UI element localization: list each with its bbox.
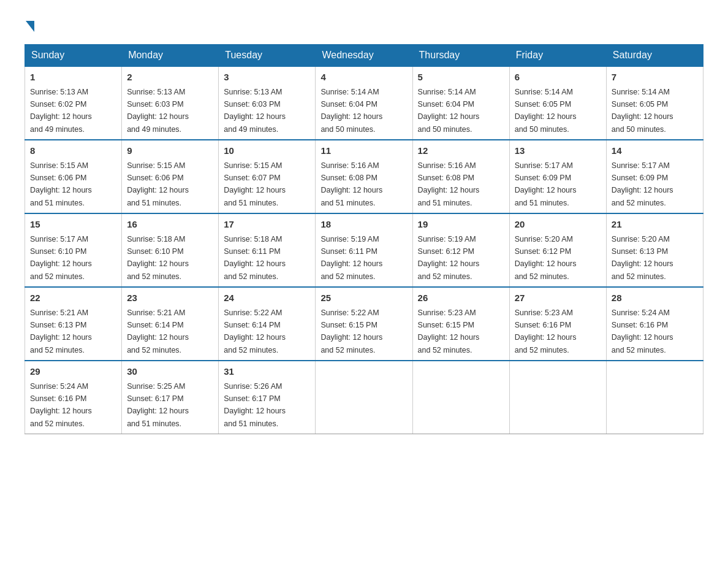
calendar-day-cell: 17 Sunrise: 5:18 AMSunset: 6:11 PMDaylig… xyxy=(219,213,316,287)
day-number: 15 xyxy=(30,218,116,232)
day-info: Sunrise: 5:14 AMSunset: 6:04 PMDaylight:… xyxy=(320,88,382,134)
day-number: 21 xyxy=(612,218,698,232)
calendar-day-cell: 27 Sunrise: 5:23 AMSunset: 6:16 PMDaylig… xyxy=(509,287,606,361)
day-info: Sunrise: 5:21 AMSunset: 6:13 PMDaylight:… xyxy=(30,308,92,354)
calendar-week-row: 8 Sunrise: 5:15 AMSunset: 6:06 PMDayligh… xyxy=(25,140,703,213)
day-number: 13 xyxy=(515,144,601,158)
calendar-day-cell: 24 Sunrise: 5:22 AMSunset: 6:14 PMDaylig… xyxy=(219,287,316,361)
day-info: Sunrise: 5:17 AMSunset: 6:09 PMDaylight:… xyxy=(515,161,577,207)
day-number: 31 xyxy=(224,365,310,379)
calendar-week-row: 1 Sunrise: 5:13 AMSunset: 6:02 PMDayligh… xyxy=(25,66,703,140)
day-info: Sunrise: 5:22 AMSunset: 6:14 PMDaylight:… xyxy=(224,308,286,354)
calendar-day-header: Tuesday xyxy=(219,45,316,67)
day-number: 30 xyxy=(127,365,213,379)
calendar-day-cell: 16 Sunrise: 5:18 AMSunset: 6:10 PMDaylig… xyxy=(122,213,219,287)
calendar-day-cell xyxy=(509,361,606,434)
day-number: 4 xyxy=(320,71,407,85)
calendar-table: SundayMondayTuesdayWednesdayThursdayFrid… xyxy=(25,44,703,434)
calendar-day-cell: 20 Sunrise: 5:20 AMSunset: 6:12 PMDaylig… xyxy=(509,213,606,287)
calendar-week-row: 29 Sunrise: 5:24 AMSunset: 6:16 PMDaylig… xyxy=(25,361,703,434)
calendar-day-cell xyxy=(606,361,703,434)
day-number: 28 xyxy=(612,291,698,305)
calendar-day-cell: 26 Sunrise: 5:23 AMSunset: 6:15 PMDaylig… xyxy=(412,287,509,361)
calendar-day-cell: 25 Sunrise: 5:22 AMSunset: 6:15 PMDaylig… xyxy=(316,287,412,361)
day-info: Sunrise: 5:26 AMSunset: 6:17 PMDaylight:… xyxy=(224,382,286,428)
day-number: 14 xyxy=(612,144,698,158)
day-number: 2 xyxy=(127,71,213,85)
calendar-day-cell: 21 Sunrise: 5:20 AMSunset: 6:13 PMDaylig… xyxy=(606,213,703,287)
calendar-day-header: Monday xyxy=(122,45,219,67)
day-info: Sunrise: 5:19 AMSunset: 6:11 PMDaylight:… xyxy=(320,235,382,281)
calendar-day-cell: 10 Sunrise: 5:15 AMSunset: 6:07 PMDaylig… xyxy=(219,140,316,213)
calendar-day-cell: 12 Sunrise: 5:16 AMSunset: 6:08 PMDaylig… xyxy=(412,140,509,213)
logo xyxy=(25,18,34,32)
day-info: Sunrise: 5:13 AMSunset: 6:03 PMDaylight:… xyxy=(224,88,286,134)
calendar-day-cell: 29 Sunrise: 5:24 AMSunset: 6:16 PMDaylig… xyxy=(25,361,122,434)
day-number: 18 xyxy=(320,218,407,232)
calendar-day-cell: 18 Sunrise: 5:19 AMSunset: 6:11 PMDaylig… xyxy=(316,213,412,287)
day-info: Sunrise: 5:19 AMSunset: 6:12 PMDaylight:… xyxy=(418,235,480,281)
day-info: Sunrise: 5:18 AMSunset: 6:10 PMDaylight:… xyxy=(127,235,189,281)
day-number: 25 xyxy=(320,291,407,305)
day-number: 8 xyxy=(30,144,116,158)
day-info: Sunrise: 5:17 AMSunset: 6:09 PMDaylight:… xyxy=(612,161,673,207)
day-info: Sunrise: 5:23 AMSunset: 6:15 PMDaylight:… xyxy=(418,308,480,354)
calendar-day-cell: 15 Sunrise: 5:17 AMSunset: 6:10 PMDaylig… xyxy=(25,213,122,287)
day-number: 3 xyxy=(224,71,310,85)
calendar-day-cell: 6 Sunrise: 5:14 AMSunset: 6:05 PMDayligh… xyxy=(509,66,606,140)
day-info: Sunrise: 5:15 AMSunset: 6:06 PMDaylight:… xyxy=(30,161,92,207)
day-info: Sunrise: 5:21 AMSunset: 6:14 PMDaylight:… xyxy=(127,308,189,354)
day-info: Sunrise: 5:17 AMSunset: 6:10 PMDaylight:… xyxy=(30,235,92,281)
day-info: Sunrise: 5:14 AMSunset: 6:04 PMDaylight:… xyxy=(418,88,480,134)
day-number: 24 xyxy=(224,291,310,305)
day-number: 12 xyxy=(418,144,504,158)
day-info: Sunrise: 5:16 AMSunset: 6:08 PMDaylight:… xyxy=(418,161,480,207)
calendar-day-header: Sunday xyxy=(25,45,122,67)
day-info: Sunrise: 5:14 AMSunset: 6:05 PMDaylight:… xyxy=(515,88,577,134)
calendar-day-cell: 8 Sunrise: 5:15 AMSunset: 6:06 PMDayligh… xyxy=(25,140,122,213)
calendar-day-cell xyxy=(412,361,509,434)
day-info: Sunrise: 5:14 AMSunset: 6:05 PMDaylight:… xyxy=(612,88,673,134)
calendar-day-cell: 13 Sunrise: 5:17 AMSunset: 6:09 PMDaylig… xyxy=(509,140,606,213)
day-info: Sunrise: 5:23 AMSunset: 6:16 PMDaylight:… xyxy=(515,308,577,354)
day-number: 22 xyxy=(30,291,116,305)
day-info: Sunrise: 5:22 AMSunset: 6:15 PMDaylight:… xyxy=(320,308,382,354)
calendar-day-cell: 23 Sunrise: 5:21 AMSunset: 6:14 PMDaylig… xyxy=(122,287,219,361)
calendar-day-header: Wednesday xyxy=(316,45,412,67)
day-number: 5 xyxy=(418,71,504,85)
day-info: Sunrise: 5:20 AMSunset: 6:12 PMDaylight:… xyxy=(515,235,577,281)
calendar-day-cell: 1 Sunrise: 5:13 AMSunset: 6:02 PMDayligh… xyxy=(25,66,122,140)
calendar-day-cell: 28 Sunrise: 5:24 AMSunset: 6:16 PMDaylig… xyxy=(606,287,703,361)
day-info: Sunrise: 5:15 AMSunset: 6:06 PMDaylight:… xyxy=(127,161,189,207)
day-info: Sunrise: 5:16 AMSunset: 6:08 PMDaylight:… xyxy=(320,161,382,207)
day-info: Sunrise: 5:25 AMSunset: 6:17 PMDaylight:… xyxy=(127,382,189,428)
day-info: Sunrise: 5:13 AMSunset: 6:02 PMDaylight:… xyxy=(30,88,92,134)
calendar-day-cell: 30 Sunrise: 5:25 AMSunset: 6:17 PMDaylig… xyxy=(122,361,219,434)
calendar-day-header: Saturday xyxy=(606,45,703,67)
day-number: 27 xyxy=(515,291,601,305)
calendar-day-cell xyxy=(316,361,412,434)
day-info: Sunrise: 5:13 AMSunset: 6:03 PMDaylight:… xyxy=(127,88,189,134)
day-number: 26 xyxy=(418,291,504,305)
day-info: Sunrise: 5:15 AMSunset: 6:07 PMDaylight:… xyxy=(224,161,286,207)
calendar-day-header: Thursday xyxy=(412,45,509,67)
calendar-day-cell: 31 Sunrise: 5:26 AMSunset: 6:17 PMDaylig… xyxy=(219,361,316,434)
calendar-day-cell: 5 Sunrise: 5:14 AMSunset: 6:04 PMDayligh… xyxy=(412,66,509,140)
day-info: Sunrise: 5:20 AMSunset: 6:13 PMDaylight:… xyxy=(612,235,673,281)
day-info: Sunrise: 5:24 AMSunset: 6:16 PMDaylight:… xyxy=(30,382,92,428)
day-number: 29 xyxy=(30,365,116,379)
day-info: Sunrise: 5:24 AMSunset: 6:16 PMDaylight:… xyxy=(612,308,673,354)
day-number: 1 xyxy=(30,71,116,85)
day-number: 6 xyxy=(515,71,601,85)
logo-triangle-icon xyxy=(26,21,34,32)
calendar-day-cell: 11 Sunrise: 5:16 AMSunset: 6:08 PMDaylig… xyxy=(316,140,412,213)
day-number: 11 xyxy=(320,144,407,158)
day-number: 17 xyxy=(224,218,310,232)
day-number: 19 xyxy=(418,218,504,232)
calendar-day-cell: 14 Sunrise: 5:17 AMSunset: 6:09 PMDaylig… xyxy=(606,140,703,213)
calendar-day-cell: 22 Sunrise: 5:21 AMSunset: 6:13 PMDaylig… xyxy=(25,287,122,361)
day-info: Sunrise: 5:18 AMSunset: 6:11 PMDaylight:… xyxy=(224,235,286,281)
calendar-day-cell: 3 Sunrise: 5:13 AMSunset: 6:03 PMDayligh… xyxy=(219,66,316,140)
calendar-day-cell: 4 Sunrise: 5:14 AMSunset: 6:04 PMDayligh… xyxy=(316,66,412,140)
page-header xyxy=(25,18,703,32)
